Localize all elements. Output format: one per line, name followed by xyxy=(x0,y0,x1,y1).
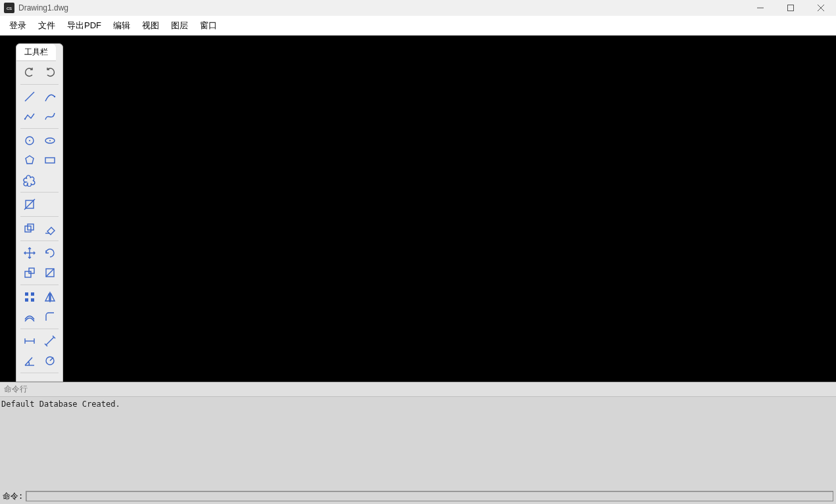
command-panel-header: 命令行 xyxy=(0,382,836,397)
array-icon xyxy=(23,290,36,304)
svg-point-5 xyxy=(53,96,55,97)
svg-line-41 xyxy=(50,357,53,361)
radius-dimension-tool[interactable] xyxy=(40,352,59,370)
svg-line-24 xyxy=(46,269,54,277)
undo-button[interactable] xyxy=(20,63,39,81)
fillet-icon xyxy=(43,310,57,323)
erase-icon xyxy=(43,222,57,235)
aligned-dim-icon xyxy=(43,334,57,348)
arc-icon xyxy=(43,90,57,103)
rectangle-icon xyxy=(43,154,57,167)
array-tool[interactable] xyxy=(20,288,39,306)
fillet-tool[interactable] xyxy=(40,308,59,326)
rotate-tool[interactable] xyxy=(40,244,59,262)
line-icon xyxy=(23,90,36,103)
window-title: Drawing1.dwg xyxy=(18,3,68,12)
command-log: Default Database Created. xyxy=(0,397,836,490)
circle-icon xyxy=(23,134,36,147)
text-tool[interactable]: A xyxy=(20,376,39,381)
command-input[interactable] xyxy=(26,491,833,501)
toolbox-body: A xyxy=(16,61,62,381)
cloud-icon xyxy=(23,173,36,187)
svg-line-4 xyxy=(25,92,34,101)
polygon-icon xyxy=(23,154,36,167)
svg-rect-25 xyxy=(25,292,28,296)
app-icon-text: cs xyxy=(7,5,12,11)
aligned-dimension-tool[interactable] xyxy=(40,332,59,350)
angular-dimension-tool[interactable] xyxy=(20,352,39,370)
copy-tool[interactable] xyxy=(20,219,39,238)
linear-dim-icon xyxy=(23,334,36,348)
svg-marker-29 xyxy=(45,293,49,301)
menu-file[interactable]: 文件 xyxy=(38,20,55,32)
redo-button[interactable] xyxy=(40,63,59,81)
text-icon: A xyxy=(23,378,36,381)
command-prompt-label: 命令: xyxy=(3,491,23,502)
close-button[interactable] xyxy=(806,0,836,16)
redo-icon xyxy=(43,66,57,79)
offset-tool[interactable] xyxy=(20,308,39,326)
polygon-tool[interactable] xyxy=(20,151,39,170)
drawing-canvas[interactable]: 工具栏 xyxy=(0,35,836,382)
svg-marker-11 xyxy=(26,156,34,164)
command-input-row: 命令: xyxy=(0,490,836,504)
maximize-icon xyxy=(787,5,794,11)
title-bar: cs Drawing1.dwg xyxy=(0,0,836,16)
toolbox-tab[interactable]: 工具栏 xyxy=(16,44,56,61)
trim-tool[interactable] xyxy=(20,195,39,214)
radius-dim-icon xyxy=(43,354,57,367)
erase-tool[interactable] xyxy=(40,219,59,238)
menu-view[interactable]: 视图 xyxy=(142,20,159,32)
svg-rect-12 xyxy=(45,158,55,163)
menu-edit[interactable]: 编辑 xyxy=(113,20,130,32)
menu-export-pdf[interactable]: 导出PDF xyxy=(67,20,101,32)
svg-rect-28 xyxy=(31,298,34,302)
minimize-icon xyxy=(757,5,764,11)
trim-icon xyxy=(23,198,36,211)
menu-bar: 登录 文件 导出PDF 编辑 视图 图层 窗口 xyxy=(0,16,836,35)
rotate-icon xyxy=(43,246,57,260)
toolbox-title: 工具栏 xyxy=(24,47,48,58)
polyline-tool[interactable] xyxy=(20,107,39,126)
scale-tool[interactable] xyxy=(20,263,39,282)
mirror-icon xyxy=(43,290,57,304)
mirror-tool[interactable] xyxy=(40,288,59,306)
move-tool[interactable] xyxy=(20,244,39,262)
spline-tool[interactable] xyxy=(40,107,59,126)
svg-point-6 xyxy=(24,118,25,120)
menu-window[interactable]: 窗口 xyxy=(200,20,217,32)
stretch-icon xyxy=(43,266,57,279)
arc-tool[interactable] xyxy=(40,87,59,106)
svg-line-35 xyxy=(46,337,54,345)
revcloud-tool[interactable] xyxy=(20,171,39,189)
minimize-button[interactable] xyxy=(745,0,775,16)
rectangle-tool[interactable] xyxy=(40,151,59,170)
line-tool[interactable] xyxy=(20,87,39,106)
stretch-tool[interactable] xyxy=(40,263,59,282)
circle-tool[interactable] xyxy=(20,131,39,150)
spline-icon xyxy=(43,110,57,123)
close-icon xyxy=(818,5,824,11)
svg-rect-27 xyxy=(25,298,28,302)
maximize-button[interactable] xyxy=(775,0,806,16)
offset-icon xyxy=(23,310,36,323)
polyline-icon xyxy=(23,110,36,123)
menu-layer[interactable]: 图层 xyxy=(171,20,188,32)
command-panel-title: 命令行 xyxy=(4,384,28,395)
ellipse-tool[interactable] xyxy=(40,131,59,150)
svg-marker-30 xyxy=(51,293,55,301)
toolbox-panel: 工具栏 xyxy=(16,43,63,382)
svg-text:A: A xyxy=(26,380,32,381)
move-icon xyxy=(23,246,36,260)
ellipse-icon xyxy=(43,134,57,147)
command-panel: 命令行 Default Database Created. 命令: xyxy=(0,382,836,504)
copy-icon xyxy=(23,222,36,235)
svg-rect-1 xyxy=(788,5,794,11)
undo-icon xyxy=(23,66,36,79)
svg-rect-26 xyxy=(31,292,34,296)
svg-rect-22 xyxy=(29,268,34,273)
svg-rect-21 xyxy=(25,271,31,277)
menu-login[interactable]: 登录 xyxy=(9,20,26,32)
svg-point-10 xyxy=(49,140,51,141)
linear-dimension-tool[interactable] xyxy=(20,332,39,350)
